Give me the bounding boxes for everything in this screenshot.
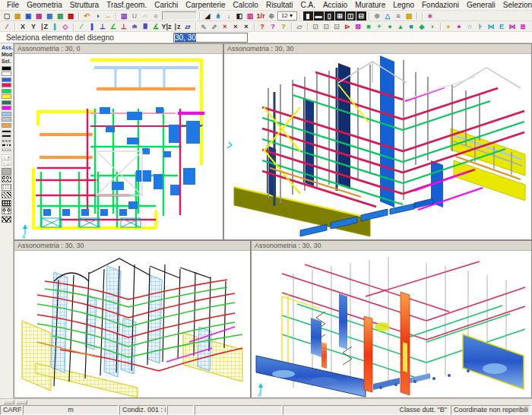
select-arrow-alt-icon[interactable]: ⇗ bbox=[210, 22, 220, 31]
triple-line-icon[interactable]: Ⅲ bbox=[141, 22, 150, 31]
color-white[interactable] bbox=[2, 71, 11, 76]
explode-icon[interactable]: ∗ bbox=[426, 11, 435, 21]
deselect-icon[interactable]: × bbox=[220, 22, 230, 31]
tab-modello[interactable]: Mod bbox=[2, 51, 12, 58]
fill-crosshatch[interactable] bbox=[2, 216, 11, 223]
color-black[interactable] bbox=[2, 66, 11, 71]
fill-gray[interactable] bbox=[2, 168, 11, 175]
axis-x-icon[interactable]: X bbox=[18, 22, 28, 31]
intersection-icon[interactable]: ∩ bbox=[141, 11, 150, 21]
list-icon[interactable]: ≡ bbox=[394, 11, 404, 21]
fill-grid[interactable] bbox=[2, 200, 11, 207]
color-yellow[interactable] bbox=[2, 94, 11, 99]
marker-symbols[interactable]: ▫ ◇ bbox=[2, 160, 11, 166]
segment-icon[interactable]: ∕ bbox=[77, 22, 87, 31]
linetype-dash-dot[interactable] bbox=[2, 144, 11, 147]
menu-carichi[interactable]: Carichi bbox=[150, 1, 182, 9]
solid-diamond-icon[interactable]: ◆ bbox=[417, 22, 427, 31]
color-paleblue[interactable] bbox=[2, 117, 11, 122]
axis-z-local-icon[interactable]: ∣z bbox=[173, 22, 182, 31]
curvature-icon[interactable]: 1/r bbox=[256, 11, 266, 21]
solid-cross-icon[interactable]: + bbox=[375, 22, 385, 31]
select-remove-icon[interactable]: × bbox=[231, 22, 241, 31]
node-symbols[interactable]: ○ × bbox=[2, 154, 11, 160]
node-plane-icon[interactable]: ⊠ bbox=[353, 22, 363, 31]
open-folder-icon[interactable]: ▤ bbox=[13, 11, 23, 21]
viewport-contour-3d-title[interactable]: Assonometria : 30, 30 bbox=[252, 241, 531, 251]
color-green[interactable] bbox=[2, 89, 11, 93]
window-split-h-icon[interactable]: ▬ bbox=[314, 11, 324, 21]
window-quad-icon[interactable]: ⊞ bbox=[335, 11, 345, 21]
half-fill-icon[interactable]: ◧ bbox=[235, 11, 245, 21]
solid-sphere-icon[interactable]: ● bbox=[385, 22, 395, 31]
globe-icon[interactable]: ⊕ bbox=[267, 11, 277, 21]
lock-icon[interactable]: ▤ bbox=[404, 11, 414, 21]
contour-3d-canvas[interactable]: A bbox=[252, 251, 531, 398]
menu-trasf-geom[interactable]: Trasf.geom. bbox=[103, 1, 150, 9]
pan-view-icon[interactable]: ↔ bbox=[103, 11, 113, 21]
tab-assonometria[interactable]: Ass. bbox=[2, 44, 12, 51]
dim-node-icon[interactable]: ⊦ bbox=[476, 22, 486, 31]
draw-line-icon[interactable]: ∕ bbox=[2, 22, 12, 31]
select-clear-icon[interactable]: × bbox=[242, 22, 252, 31]
hierarchy-icon[interactable]: ⋔ bbox=[214, 11, 223, 21]
dim-e-icon[interactable]: Ε bbox=[497, 22, 507, 31]
dim-width-icon[interactable]: ⋈ bbox=[486, 22, 496, 31]
plan-view-canvas[interactable]: A bbox=[14, 54, 223, 239]
menu-ca[interactable]: C.A. bbox=[296, 1, 318, 9]
wire-cube-solid-icon[interactable]: ⊡ bbox=[332, 22, 342, 31]
linetype-dash[interactable] bbox=[2, 139, 11, 143]
coordinate-input[interactable]: 30, 30 bbox=[173, 33, 248, 43]
color-orange[interactable] bbox=[2, 123, 11, 128]
linetype-dotted[interactable] bbox=[2, 148, 11, 152]
menu-struttura[interactable]: Struttura bbox=[66, 1, 103, 9]
rhombus-icon[interactable]: ◇ bbox=[61, 22, 71, 31]
wire-cube-icon[interactable]: ⊡ bbox=[311, 22, 321, 31]
save-icon[interactable]: ▣ bbox=[24, 11, 33, 21]
stop-icon[interactable]: ▩ bbox=[66, 11, 76, 21]
linetype-solid[interactable] bbox=[2, 130, 11, 134]
settings-gear-icon[interactable]: ⊛ bbox=[372, 11, 382, 21]
plane-icon[interactable]: ▱ bbox=[183, 22, 193, 31]
menu-fondazioni[interactable]: Fondazioni bbox=[418, 1, 463, 9]
parallel-lines-icon[interactable]: ∥ bbox=[87, 22, 97, 31]
select-arrow-icon[interactable]: ⇖ bbox=[199, 22, 209, 31]
solid-wedge-icon[interactable]: ◗ bbox=[428, 22, 438, 31]
splitter-grip[interactable] bbox=[3, 400, 14, 404]
solid-3d-canvas[interactable] bbox=[224, 54, 531, 239]
down-arrow-icon[interactable]: ↓ bbox=[224, 11, 234, 21]
eraser-icon[interactable]: ▱ bbox=[295, 22, 305, 31]
orbit-view-icon[interactable]: ◑ bbox=[93, 11, 103, 21]
color-blue[interactable] bbox=[2, 78, 11, 82]
angle-field[interactable] bbox=[162, 11, 197, 21]
window-three-icon[interactable]: ◫ bbox=[346, 11, 356, 21]
window-split-v-icon[interactable]: ▯ bbox=[325, 11, 334, 21]
axis-z-icon[interactable]: ∣Z bbox=[40, 22, 49, 31]
window-single-icon[interactable]: ▮ bbox=[303, 11, 313, 21]
menu-murature[interactable]: Murature bbox=[351, 1, 389, 9]
new-file-icon[interactable]: ▢ bbox=[2, 11, 12, 21]
tab-selezione[interactable]: Sel. bbox=[2, 58, 12, 65]
solid-prism-icon[interactable]: ▲ bbox=[396, 22, 406, 31]
capture-view-icon[interactable]: ▦ bbox=[45, 11, 55, 21]
linetype-dash-long[interactable] bbox=[2, 135, 11, 138]
fill-rings[interactable] bbox=[2, 176, 11, 182]
axis-y-icon[interactable]: Y bbox=[29, 22, 39, 31]
menu-geometria[interactable]: Geometria bbox=[23, 1, 66, 9]
color-teal[interactable] bbox=[2, 100, 11, 105]
font-size-dropdown[interactable]: 12 ▾ bbox=[277, 11, 297, 21]
color-crimson[interactable] bbox=[2, 83, 11, 87]
fill-diagonal[interactable] bbox=[2, 192, 11, 198]
perpendicular-icon[interactable]: ⊥ bbox=[98, 22, 108, 31]
menu-selezioni[interactable]: Selezioni bbox=[499, 1, 532, 9]
query-red-icon[interactable]: ? bbox=[258, 22, 268, 31]
menu-calcolo[interactable]: Calcolo bbox=[230, 1, 262, 9]
levels-icon[interactable]: ▥ bbox=[245, 11, 255, 21]
element-set-icon[interactable]: e bbox=[151, 11, 161, 21]
shaded-triangle-icon[interactable]: ◢ bbox=[203, 11, 213, 21]
import-model-icon[interactable]: ▦ bbox=[34, 11, 44, 21]
sphere-magenta-icon[interactable]: ● bbox=[454, 22, 464, 31]
fill-rings-large[interactable] bbox=[2, 208, 11, 214]
color-magenta[interactable] bbox=[2, 106, 11, 110]
menu-acciaio[interactable]: Acciaio bbox=[319, 1, 351, 9]
